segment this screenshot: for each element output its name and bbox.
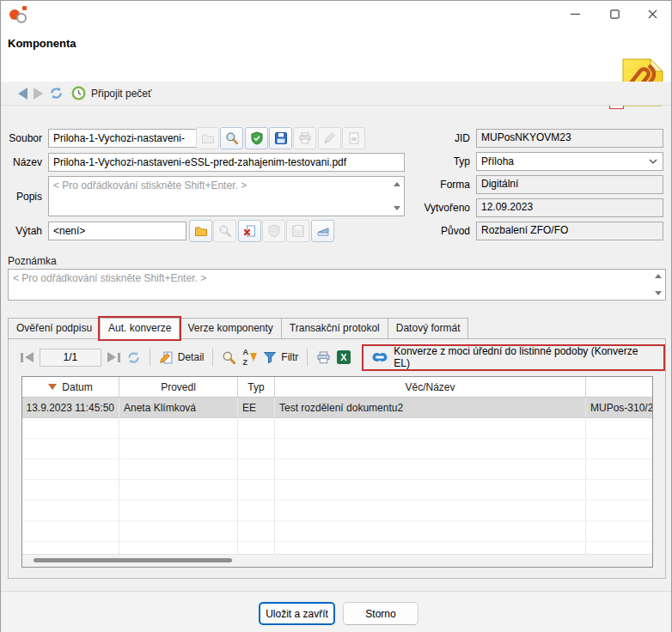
verify-signature-button[interactable]: [245, 127, 268, 149]
forma-label: Forma: [370, 179, 470, 191]
scanner-icon: [316, 224, 330, 238]
cell-vec-nazev: Test rozdělení dokumentu2: [275, 398, 586, 418]
refresh-icon[interactable]: [49, 86, 64, 100]
open-file-button[interactable]: [196, 127, 219, 149]
empty-row: [22, 439, 652, 459]
export-excel-button[interactable]: X: [337, 350, 351, 364]
jid-value: MUPosNKYOVM23: [476, 129, 663, 148]
popis-textarea[interactable]: [49, 177, 404, 216]
save-file-button[interactable]: [269, 127, 292, 149]
tab-transakcni-protokol[interactable]: Transakční protokol: [281, 318, 388, 339]
cell-datum: 13.9.2023 11:45:50: [22, 398, 119, 418]
forward-icon[interactable]: [34, 88, 43, 100]
last-record-button[interactable]: [107, 352, 120, 363]
chevron-down-icon: [649, 159, 657, 164]
scroll-up-icon[interactable]: [655, 274, 663, 278]
open-folder-icon: [201, 131, 215, 145]
tab-aut-konverze[interactable]: Aut. konverze: [100, 318, 180, 339]
nazev-input[interactable]: [48, 153, 405, 172]
detail-icon: [159, 350, 174, 365]
poznamka-textarea[interactable]: [9, 270, 665, 300]
komponenta-window: Komponenta A: [0, 0, 672, 632]
minimize-icon: [571, 9, 580, 19]
tab-verze-komponenty[interactable]: Verze komponenty: [179, 318, 281, 339]
jid-label: JID: [370, 132, 470, 144]
delete-document-icon: [243, 224, 257, 238]
magnifier-icon: [218, 224, 232, 238]
grid-toolbar: Detail AZ Filtr: [9, 339, 665, 375]
close-button[interactable]: [633, 1, 672, 27]
filter-label: Filtr: [281, 351, 298, 363]
column-header-vec-nazev[interactable]: Věc/Název: [275, 377, 586, 397]
vytvoreno-label: Vytvořeno: [370, 202, 470, 214]
pager-input[interactable]: [40, 349, 101, 367]
save-and-close-button[interactable]: Uložit a zavřít: [259, 602, 335, 625]
excel-icon: X: [337, 350, 351, 364]
table-row[interactable]: 13.9.2023 11:45:50 Aneta Klímková EE Tes…: [22, 398, 652, 418]
typ-label: Typ: [370, 155, 470, 167]
save-floppy-icon: [274, 131, 288, 145]
sort-desc-icon: [48, 384, 57, 390]
back-icon[interactable]: [18, 88, 27, 100]
footer: Uložit a zavřít Storno: [1, 592, 671, 632]
poznamka-label: Poznámka: [8, 255, 57, 267]
cell-typ: EE: [238, 398, 275, 418]
scan-extract-button[interactable]: [311, 220, 334, 242]
tab-datovy-format[interactable]: Datový formát: [388, 318, 469, 339]
filter-funnel-icon: [263, 350, 277, 364]
detail-button[interactable]: Detail: [159, 350, 205, 365]
column-header-cislo-jednaci[interactable]: [586, 377, 652, 397]
soubor-input[interactable]: [48, 129, 201, 148]
print-list-button[interactable]: [316, 350, 331, 365]
save-extract-button[interactable]: [286, 220, 309, 242]
nazev-label: Název: [1, 156, 42, 168]
vytah-input[interactable]: [48, 222, 186, 240]
preview-extract-button[interactable]: [213, 220, 236, 242]
pripojit-pecet-button[interactable]: Připojit pečeť: [68, 84, 156, 102]
konverze-el-button[interactable]: Konverze z moci úřední do listinné podob…: [362, 344, 665, 371]
typ-selected-value: Příloha: [481, 155, 514, 167]
popis-field: [48, 176, 405, 216]
filter-button[interactable]: Filtr: [263, 350, 298, 364]
chain-link-icon: [372, 352, 388, 362]
tab-overeni-podpisu[interactable]: Ověření podpisu: [8, 318, 101, 339]
print-file-button[interactable]: [293, 127, 316, 149]
nav-toolbar: Připojit pečeť: [1, 82, 671, 106]
forma-value: Digitální: [476, 175, 663, 194]
extract-shield-button[interactable]: [262, 220, 285, 242]
column-header-datum[interactable]: Datum: [22, 377, 119, 397]
open-folder-icon: [194, 224, 208, 238]
scroll-down-icon[interactable]: [655, 291, 663, 295]
toolbar-separator: [212, 349, 213, 367]
puvod-value: Rozbalení ZFO/FO: [476, 222, 663, 240]
column-header-provedl[interactable]: Provedl: [119, 377, 238, 397]
titlebar: [1, 1, 671, 27]
poznamka-field: [8, 269, 666, 301]
grid-refresh-button[interactable]: [126, 350, 141, 365]
toolbar-separator: [150, 349, 150, 367]
vytah-label: Výtah: [1, 225, 42, 237]
maximize-button[interactable]: [595, 1, 634, 27]
delete-extract-button[interactable]: [238, 220, 261, 242]
scrollbar-thumb[interactable]: [34, 558, 232, 562]
first-record-button[interactable]: [21, 352, 34, 363]
cell-cislo-jednaci: MUPos-310/2: [586, 398, 652, 418]
open-extract-button[interactable]: [189, 220, 212, 242]
printer-icon: [316, 350, 331, 365]
search-icon: [222, 350, 236, 365]
preview-file-button[interactable]: [220, 127, 243, 149]
cancel-button[interactable]: Storno: [343, 602, 418, 625]
page-title: Komponenta: [8, 37, 76, 50]
sort-az-button[interactable]: AZ: [242, 350, 257, 365]
sign-file-button[interactable]: [318, 127, 341, 149]
convert-file-button[interactable]: [342, 127, 365, 149]
minimize-button[interactable]: [555, 1, 595, 27]
column-header-typ[interactable]: Typ: [238, 377, 275, 397]
shield-check-icon: [250, 131, 264, 145]
horizontal-scrollbar[interactable]: [22, 554, 652, 567]
empty-row: [22, 480, 652, 501]
close-icon: [648, 9, 657, 19]
tab-strip: Ověření podpisu Aut. konverze Verze komp…: [8, 318, 468, 339]
search-button[interactable]: [222, 350, 236, 365]
typ-combobox[interactable]: Příloha: [476, 152, 663, 171]
